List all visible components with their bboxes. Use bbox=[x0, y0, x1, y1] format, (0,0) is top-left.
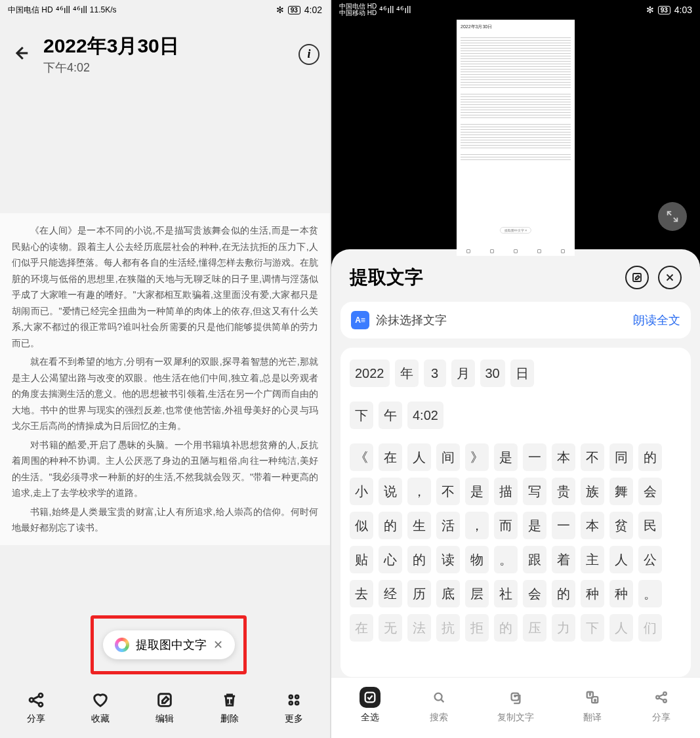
text-token[interactable]: 下 bbox=[350, 401, 373, 429]
text-token[interactable]: 会 bbox=[523, 580, 546, 607]
text-token[interactable]: 力 bbox=[552, 614, 575, 642]
read-aloud-button[interactable]: 朗读全文 bbox=[633, 312, 680, 328]
translate-button[interactable]: 翻译 bbox=[582, 687, 603, 724]
text-token[interactable]: 经 bbox=[379, 580, 402, 607]
close-sheet-button[interactable] bbox=[658, 266, 682, 289]
text-token[interactable]: 一 bbox=[552, 512, 575, 539]
text-token[interactable]: 在 bbox=[350, 614, 373, 642]
text-token[interactable]: 》 bbox=[465, 443, 489, 471]
text-token[interactable]: 午 bbox=[379, 401, 402, 429]
text-token[interactable]: 是 bbox=[523, 512, 546, 539]
text-token[interactable]: 们 bbox=[638, 614, 662, 642]
text-token[interactable]: 而 bbox=[494, 512, 518, 539]
expand-button[interactable] bbox=[658, 202, 687, 231]
share-button[interactable]: 分享 bbox=[27, 691, 45, 725]
text-token[interactable]: 的 bbox=[638, 443, 662, 471]
text-token[interactable]: 人 bbox=[609, 614, 633, 642]
text-token[interactable]: ， bbox=[407, 478, 431, 505]
text-token[interactable]: 写 bbox=[523, 478, 546, 505]
text-token[interactable]: 抗 bbox=[436, 614, 460, 642]
text-token[interactable]: 贵 bbox=[552, 478, 575, 505]
text-token[interactable]: 物 bbox=[465, 546, 489, 573]
text-token[interactable]: 下 bbox=[581, 614, 604, 642]
text-token[interactable]: 无 bbox=[379, 614, 402, 642]
smear-select-card[interactable]: A≡ 涂抹选择文字 朗读全文 bbox=[340, 302, 691, 338]
text-token[interactable]: 法 bbox=[407, 614, 431, 642]
text-token[interactable]: 。 bbox=[638, 580, 662, 607]
text-token[interactable]: 生 bbox=[407, 512, 431, 539]
text-token[interactable]: 心 bbox=[379, 546, 402, 573]
text-token[interactable]: 人 bbox=[609, 546, 633, 573]
info-button[interactable]: i bbox=[299, 44, 319, 65]
text-token[interactable]: ， bbox=[465, 512, 489, 539]
text-token[interactable]: 种 bbox=[609, 580, 633, 607]
text-token[interactable]: 去 bbox=[350, 580, 373, 607]
status-bar-left: 中国电信 HD ⁴⁶ıll ⁴⁶ıll 11.5K/s ✻ 93 4:02 bbox=[0, 0, 330, 20]
text-token[interactable]: 舞 bbox=[609, 478, 633, 505]
text-token[interactable]: 在 bbox=[379, 443, 402, 471]
text-token[interactable]: 种 bbox=[581, 580, 604, 607]
text-token[interactable]: 公 bbox=[638, 546, 662, 573]
text-token[interactable]: 4:02 bbox=[407, 401, 443, 429]
search-button[interactable]: 搜索 bbox=[428, 687, 449, 724]
text-token[interactable]: 的 bbox=[379, 512, 402, 539]
text-token[interactable]: 描 bbox=[494, 478, 518, 505]
text-token[interactable]: 一 bbox=[523, 443, 546, 471]
extract-text-button[interactable]: 提取图中文字 ✕ bbox=[103, 630, 235, 659]
text-token[interactable]: 30 bbox=[480, 359, 505, 387]
text-token[interactable]: 是 bbox=[465, 478, 489, 505]
text-token[interactable]: 的 bbox=[552, 580, 575, 607]
note-body[interactable]: 《在人间》是一本不同的小说,不是描写贵族舞会似的生活,而是一本贫民贴心的读物。跟… bbox=[0, 213, 330, 545]
text-token[interactable]: 2022 bbox=[350, 359, 390, 387]
text-token[interactable]: 不 bbox=[436, 478, 460, 505]
text-token[interactable]: 跟 bbox=[523, 546, 546, 573]
text-token[interactable]: 层 bbox=[465, 580, 489, 607]
sheet-title: 提取文字 bbox=[350, 265, 423, 290]
smear-label: 涂抹选择文字 bbox=[376, 312, 627, 328]
text-token[interactable]: 不 bbox=[581, 443, 604, 471]
text-token[interactable]: 贫 bbox=[609, 512, 633, 539]
text-token[interactable]: 《 bbox=[350, 443, 373, 471]
note-paragraph: 书籍,始终是人类最宝贵的财富,让人有所追求,给人崇高的信仰。何时何地最好都别忘了… bbox=[12, 504, 318, 536]
text-token[interactable]: 本 bbox=[552, 443, 575, 471]
delete-button[interactable]: 删除 bbox=[220, 691, 239, 725]
text-token[interactable]: 日 bbox=[510, 359, 534, 387]
text-token[interactable]: 同 bbox=[609, 443, 633, 471]
text-token[interactable]: 着 bbox=[552, 546, 575, 573]
text-token[interactable]: 本 bbox=[581, 512, 604, 539]
text-token[interactable]: 。 bbox=[494, 546, 518, 573]
more-button[interactable]: 更多 bbox=[285, 691, 303, 725]
text-token[interactable]: 小 bbox=[350, 478, 373, 505]
share-button[interactable]: 分享 bbox=[651, 687, 672, 724]
text-token[interactable]: 是 bbox=[494, 443, 518, 471]
text-token[interactable]: 社 bbox=[494, 580, 518, 607]
close-icon[interactable]: ✕ bbox=[213, 638, 223, 652]
text-token[interactable]: 的 bbox=[494, 614, 518, 642]
text-token[interactable]: 拒 bbox=[465, 614, 489, 642]
text-token[interactable]: 人 bbox=[407, 443, 431, 471]
edit-button[interactable]: 编辑 bbox=[155, 691, 174, 725]
text-token[interactable]: 的 bbox=[407, 546, 431, 573]
select-all-button[interactable]: 全选 bbox=[360, 687, 381, 724]
text-token[interactable]: 说 bbox=[379, 478, 402, 505]
text-token[interactable]: 底 bbox=[436, 580, 460, 607]
edit-note-button[interactable] bbox=[625, 266, 649, 289]
text-token[interactable]: 读 bbox=[436, 546, 460, 573]
text-token[interactable]: 似 bbox=[350, 512, 373, 539]
text-token[interactable]: 活 bbox=[436, 512, 460, 539]
text-token[interactable]: 年 bbox=[395, 359, 419, 387]
text-token[interactable]: 压 bbox=[523, 614, 546, 642]
copy-text-button[interactable]: 复制文字 bbox=[497, 687, 534, 724]
text-token[interactable]: 间 bbox=[436, 443, 460, 471]
text-token[interactable]: 历 bbox=[407, 580, 431, 607]
favorite-button[interactable]: 收藏 bbox=[91, 691, 110, 725]
text-token[interactable]: 族 bbox=[581, 478, 604, 505]
back-button[interactable] bbox=[10, 43, 30, 66]
text-token[interactable]: 3 bbox=[424, 359, 446, 387]
screenshot-thumbnail[interactable]: 2022年3月30日 提取图中文字 × bbox=[457, 20, 575, 256]
text-token[interactable]: 月 bbox=[451, 359, 475, 387]
text-token[interactable]: 主 bbox=[581, 546, 604, 573]
text-token[interactable]: 会 bbox=[638, 478, 662, 505]
text-token[interactable]: 贴 bbox=[350, 546, 373, 573]
text-token[interactable]: 民 bbox=[638, 512, 662, 539]
